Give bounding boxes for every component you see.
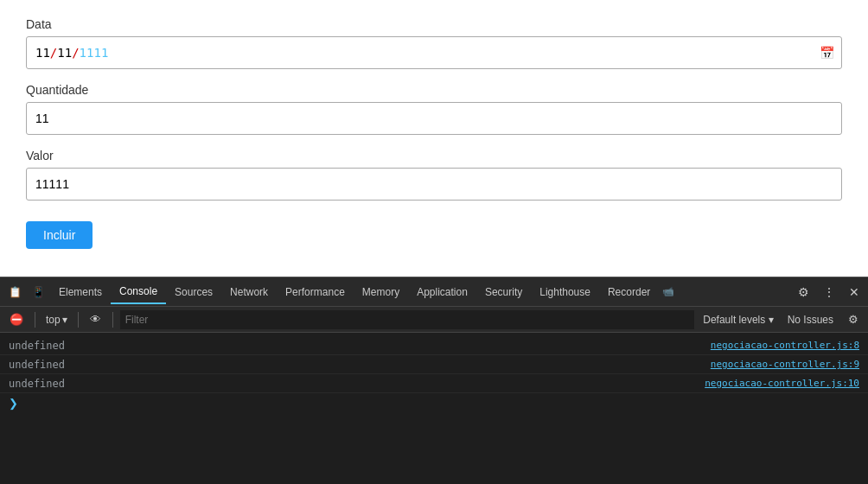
console-source-3[interactable]: negociacao-controller.js:10: [705, 378, 859, 389]
tab-lighthouse[interactable]: Lighthouse: [531, 281, 599, 303]
device-toolbar-btn[interactable]: 📱: [27, 283, 50, 302]
date-month: 11: [35, 46, 50, 60]
console-row-2: undefined negociacao-controller.js:9: [0, 355, 868, 374]
valor-label: Valor: [26, 149, 842, 162]
console-value-2: undefined: [9, 359, 65, 371]
tab-recorder[interactable]: Recorder: [599, 281, 659, 303]
devtools-tabs-bar: 📋 📱 Elements Console Sources Network Per…: [0, 277, 868, 307]
toolbar-separator-2: [78, 312, 79, 328]
tab-network[interactable]: Network: [221, 281, 277, 303]
date-input-display[interactable]: 11/11/1111 📅: [26, 36, 842, 69]
tab-console[interactable]: Console: [111, 280, 166, 304]
quantidade-label: Quantidade: [26, 83, 842, 97]
tab-performance[interactable]: Performance: [277, 281, 354, 303]
console-value-3: undefined: [9, 378, 65, 390]
console-filter-input[interactable]: [120, 310, 695, 329]
default-levels-btn[interactable]: Default levels ▾: [699, 312, 776, 328]
tab-sources[interactable]: Sources: [166, 281, 221, 303]
inspector-icon-btn[interactable]: 📋: [3, 283, 27, 302]
valor-field-group: Valor: [26, 149, 842, 201]
data-field-group: Data 11/11/1111 📅: [26, 17, 842, 69]
console-source-1[interactable]: negociacao-controller.js:8: [711, 340, 859, 351]
quantidade-field-group: Quantidade: [26, 83, 842, 135]
context-selector-btn[interactable]: top ▾: [42, 312, 71, 328]
date-year: 1111: [80, 46, 109, 60]
devtools-tabs-right: ⚙ ⋮ ✕: [793, 282, 865, 302]
toolbar-separator-3: [112, 312, 113, 328]
date-sep2: /: [72, 46, 79, 60]
devtools-more-icon[interactable]: ⋮: [818, 282, 840, 302]
devtools-panel: 📋 📱 Elements Console Sources Network Per…: [0, 277, 868, 484]
quantidade-input[interactable]: [26, 102, 842, 135]
console-source-2[interactable]: negociacao-controller.js:9: [711, 359, 859, 370]
incluir-button[interactable]: Incluir: [26, 221, 93, 249]
tab-elements[interactable]: Elements: [50, 281, 111, 303]
no-issues-badge: No Issues: [782, 312, 839, 328]
tab-application[interactable]: Application: [408, 281, 476, 303]
console-prompt-row: ❯: [0, 393, 868, 413]
console-row-1: undefined negociacao-controller.js:8: [0, 336, 868, 355]
devtools-settings-icon[interactable]: ⚙: [793, 282, 814, 302]
tab-security[interactable]: Security: [476, 281, 531, 303]
devtools-console-toolbar: ⛔ top ▾ 👁 Default levels ▾ No Issues ⚙: [0, 307, 868, 333]
console-value-1: undefined: [9, 340, 65, 352]
context-label: top: [46, 314, 61, 326]
main-content: Data 11/11/1111 📅 Quantidade Valor Inclu…: [0, 0, 868, 277]
calendar-icon: 📅: [820, 46, 834, 60]
devtools-close-icon[interactable]: ✕: [844, 282, 865, 302]
clear-console-btn[interactable]: ⛔: [5, 311, 28, 328]
console-output: undefined negociacao-controller.js:8 und…: [0, 333, 868, 484]
valor-input[interactable]: [26, 168, 842, 201]
quantity-wrapper: [26, 102, 842, 135]
default-levels-label: Default levels: [703, 314, 765, 326]
levels-dropdown-icon: ▾: [769, 314, 774, 326]
toolbar-separator-1: [35, 312, 35, 328]
console-caret-icon: ❯: [9, 397, 18, 410]
eye-icon-btn[interactable]: 👁: [86, 311, 105, 328]
console-row-3: undefined negociacao-controller.js:10: [0, 374, 868, 393]
context-dropdown-icon: ▾: [62, 314, 67, 326]
date-day: 11: [57, 46, 72, 60]
data-label: Data: [26, 17, 842, 31]
date-sep1: /: [50, 46, 57, 60]
console-settings-btn[interactable]: ⚙: [844, 311, 863, 328]
tab-memory[interactable]: Memory: [354, 281, 408, 303]
